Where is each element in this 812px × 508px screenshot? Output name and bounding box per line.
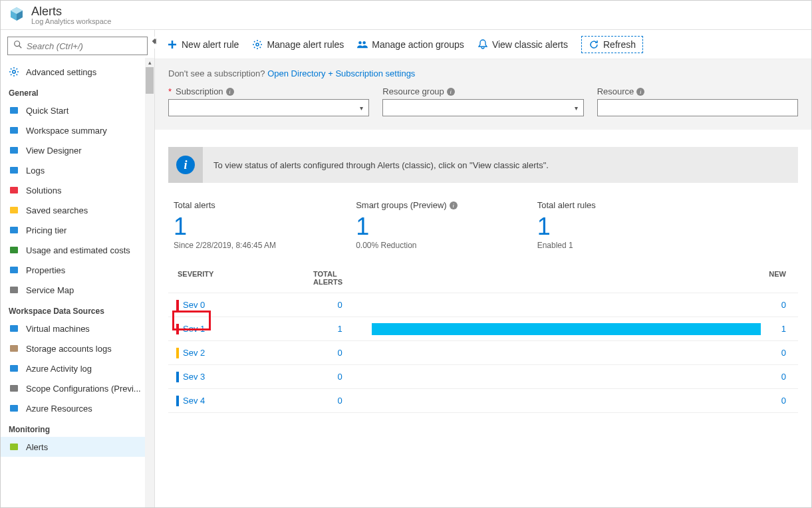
severity-new: 0 bbox=[766, 300, 793, 310]
stat-smart-groups-title: Smart groups (Preview) i bbox=[356, 200, 458, 210]
plus-icon bbox=[167, 39, 178, 50]
toolbar: New alert rule Manage alert rules Manage… bbox=[155, 30, 811, 59]
sidebar-item[interactable]: View Designer bbox=[1, 140, 154, 160]
page-subtitle: Log Analytics workspace bbox=[31, 17, 111, 25]
svg-rect-16 bbox=[10, 385, 18, 392]
section-heading: Monitoring bbox=[1, 418, 154, 437]
severity-link[interactable]: Sev 4 bbox=[183, 396, 205, 406]
sidebar-item[interactable]: Quick Start bbox=[1, 100, 154, 120]
svg-rect-8 bbox=[10, 207, 18, 213]
search-icon bbox=[13, 40, 27, 52]
sidebar-item[interactable]: Solutions bbox=[1, 180, 154, 200]
stat-total-alerts-value[interactable]: 1 bbox=[174, 213, 276, 241]
severity-color-bar bbox=[176, 300, 179, 311]
sidebar-item[interactable]: Virtual machines bbox=[1, 318, 154, 338]
sidebar: ▴ Advanced settings GeneralQuick StartWo… bbox=[1, 30, 155, 507]
nav-icon bbox=[9, 105, 19, 116]
scroll-thumb[interactable] bbox=[146, 67, 154, 94]
severity-color-bar bbox=[176, 324, 179, 334]
search-input[interactable] bbox=[27, 41, 142, 51]
severity-row[interactable]: Sev 000 bbox=[168, 293, 798, 317]
subscription-select[interactable]: ▾ bbox=[168, 99, 369, 116]
severity-row[interactable]: Sev 400 bbox=[168, 388, 798, 412]
severity-link[interactable]: Sev 0 bbox=[183, 300, 205, 310]
info-icon[interactable]: i bbox=[636, 88, 644, 96]
sidebar-item[interactable]: Alerts bbox=[1, 437, 154, 457]
nav-icon bbox=[9, 225, 19, 235]
section-heading: General bbox=[1, 82, 154, 100]
severity-total: 1 bbox=[313, 324, 366, 334]
chevron-down-icon: ▾ bbox=[575, 104, 578, 112]
resource-group-select[interactable]: ▾ bbox=[382, 99, 583, 116]
severity-row[interactable]: Sev 111 bbox=[168, 317, 798, 340]
stat-smart-groups-value[interactable]: 1 bbox=[356, 213, 458, 241]
svg-rect-10 bbox=[10, 247, 18, 253]
severity-table: SEVERITY TOTAL ALERTS NEW Sev 000Sev 111… bbox=[168, 266, 798, 413]
sidebar-item[interactable]: Azure Activity log bbox=[1, 358, 154, 378]
sidebar-item[interactable]: Storage accounts logs bbox=[1, 338, 154, 358]
severity-table-header: SEVERITY TOTAL ALERTS NEW bbox=[168, 266, 798, 293]
open-directory-link[interactable]: Open Directory + Subscription settings bbox=[267, 68, 415, 78]
severity-link[interactable]: Sev 3 bbox=[183, 372, 205, 382]
info-banner: i To view status of alerts configured th… bbox=[168, 147, 798, 183]
info-icon[interactable]: i bbox=[447, 88, 455, 96]
nav-icon bbox=[9, 185, 19, 195]
severity-bar-chart bbox=[372, 395, 761, 407]
severity-bar-chart bbox=[372, 323, 761, 335]
gear-icon bbox=[252, 39, 263, 50]
svg-rect-9 bbox=[10, 227, 18, 233]
sidebar-item[interactable]: Saved searches bbox=[1, 200, 154, 220]
info-icon[interactable]: i bbox=[226, 88, 234, 96]
search-input-wrapper[interactable] bbox=[7, 37, 148, 55]
scrollbar[interactable]: ▴ bbox=[145, 58, 154, 507]
stat-alert-rules-value[interactable]: 1 bbox=[537, 213, 596, 241]
manage-action-groups-button[interactable]: Manage action groups bbox=[357, 39, 464, 50]
manage-alert-rules-button[interactable]: Manage alert rules bbox=[252, 39, 344, 50]
severity-link[interactable]: Sev 1 bbox=[183, 324, 205, 334]
nav-icon bbox=[9, 343, 19, 354]
new-alert-rule-button[interactable]: New alert rule bbox=[167, 39, 239, 50]
severity-row[interactable]: Sev 300 bbox=[168, 364, 798, 388]
sidebar-item-advanced-settings[interactable]: Advanced settings bbox=[1, 62, 154, 82]
sidebar-item-label: Properties bbox=[26, 265, 65, 275]
refresh-button[interactable]: Refresh bbox=[581, 36, 643, 53]
svg-rect-17 bbox=[10, 405, 18, 412]
nav-icon bbox=[9, 165, 19, 176]
sidebar-item[interactable]: Azure Resources bbox=[1, 398, 154, 418]
svg-line-1 bbox=[19, 46, 22, 49]
sidebar-item[interactable]: Logs bbox=[1, 160, 154, 180]
severity-total: 0 bbox=[313, 348, 366, 358]
severity-new: 0 bbox=[766, 348, 793, 358]
sidebar-item-label: Service Map bbox=[26, 285, 74, 295]
chevron-down-icon: ▾ bbox=[360, 104, 363, 112]
severity-bar-chart bbox=[372, 371, 761, 383]
svg-rect-13 bbox=[10, 325, 18, 332]
sidebar-item-label: Logs bbox=[26, 166, 45, 176]
severity-bar-chart bbox=[372, 347, 761, 359]
subscription-label: *Subscription i bbox=[168, 86, 369, 96]
sidebar-item-label: Alerts bbox=[26, 442, 48, 452]
severity-new: 0 bbox=[766, 396, 793, 406]
svg-point-0 bbox=[15, 41, 20, 47]
main-content: New alert rule Manage alert rules Manage… bbox=[155, 30, 811, 507]
nav-icon bbox=[9, 323, 19, 334]
sidebar-item[interactable]: Usage and estimated costs bbox=[1, 240, 154, 260]
severity-row[interactable]: Sev 200 bbox=[168, 340, 798, 364]
sidebar-item-label: Storage accounts logs bbox=[26, 344, 112, 354]
sidebar-item-label: Solutions bbox=[26, 186, 61, 195]
sidebar-item-label: Pricing tier bbox=[26, 225, 67, 235]
collapse-sidebar-button[interactable] bbox=[150, 37, 160, 49]
sidebar-item[interactable]: Scope Configurations (Previ... bbox=[1, 378, 154, 398]
sidebar-item[interactable]: Properties bbox=[1, 260, 154, 280]
svg-rect-3 bbox=[10, 107, 18, 114]
sidebar-item[interactable]: Pricing tier bbox=[1, 220, 154, 240]
info-icon[interactable]: i bbox=[450, 201, 458, 209]
view-classic-alerts-button[interactable]: View classic alerts bbox=[477, 39, 568, 50]
severity-link[interactable]: Sev 2 bbox=[183, 348, 205, 358]
svg-rect-11 bbox=[10, 267, 18, 273]
severity-color-bar bbox=[176, 372, 179, 382]
resource-select[interactable] bbox=[597, 99, 798, 116]
sidebar-item[interactable]: Service Map bbox=[1, 280, 154, 300]
scroll-up-icon[interactable]: ▴ bbox=[145, 58, 154, 67]
sidebar-item[interactable]: Workspace summary bbox=[1, 120, 154, 140]
